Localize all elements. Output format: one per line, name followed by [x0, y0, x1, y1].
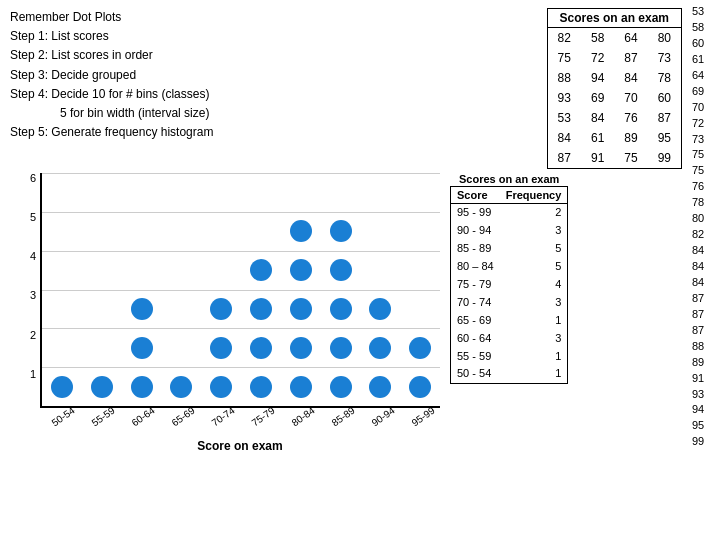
scores-cell: 88 — [547, 68, 581, 88]
dot — [250, 259, 272, 281]
scores-cell: 75 — [547, 48, 581, 68]
freq-score: 70 - 74 — [451, 294, 500, 312]
freq-row: 75 - 794 — [451, 276, 568, 294]
freq-header-score: Score — [451, 187, 500, 204]
freq-score: 55 - 59 — [451, 348, 500, 366]
freq-count: 1 — [500, 365, 568, 383]
freq-table-container: Scores on an exam Score Frequency 95 - 9… — [450, 173, 568, 384]
scores-cell: 58 — [581, 28, 614, 49]
scores-cell: 70 — [614, 88, 647, 108]
y-label-6: 6 — [30, 173, 36, 184]
right-number: 73 — [692, 132, 720, 148]
chart-and-freq: 6 5 4 3 2 1 50-5455-5960-6465 — [10, 173, 682, 453]
freq-row: 60 - 643 — [451, 330, 568, 348]
freq-row: 95 - 992 — [451, 204, 568, 222]
right-number: 91 — [692, 371, 720, 387]
y-label-3: 3 — [30, 290, 36, 301]
scores-cell: 91 — [581, 148, 614, 169]
freq-score: 85 - 89 — [451, 240, 500, 258]
right-number: 88 — [692, 339, 720, 355]
y-axis-labels: 6 5 4 3 2 1 — [10, 173, 40, 408]
dot — [290, 298, 312, 320]
right-number: 89 — [692, 355, 720, 371]
scores-cell: 94 — [581, 68, 614, 88]
freq-row: 90 - 943 — [451, 222, 568, 240]
scores-cell: 87 — [547, 148, 581, 169]
freq-count: 3 — [500, 294, 568, 312]
freq-row: 55 - 591 — [451, 348, 568, 366]
chart-container: 6 5 4 3 2 1 50-5455-5960-6465 — [10, 173, 440, 453]
scores-cell: 89 — [614, 128, 647, 148]
scores-cell: 76 — [614, 108, 647, 128]
dot — [170, 376, 192, 398]
freq-count: 5 — [500, 258, 568, 276]
right-number: 61 — [692, 52, 720, 68]
dot — [290, 220, 312, 242]
freq-score: 50 - 54 — [451, 365, 500, 383]
freq-row: 65 - 691 — [451, 312, 568, 330]
right-numbers: 5358606164697072737575767880828484848787… — [692, 0, 720, 540]
dot — [250, 376, 272, 398]
right-number: 58 — [692, 20, 720, 36]
step-1: Step 1: List scores — [10, 27, 213, 46]
dot — [290, 259, 312, 281]
scores-cell: 78 — [648, 68, 682, 88]
scores-cell: 84 — [614, 68, 647, 88]
scores-cell: 60 — [648, 88, 682, 108]
y-label-1: 1 — [30, 369, 36, 380]
dot — [369, 298, 391, 320]
right-number: 75 — [692, 147, 720, 163]
freq-count: 1 — [500, 312, 568, 330]
dot — [250, 337, 272, 359]
freq-row: 80 – 845 — [451, 258, 568, 276]
dot — [330, 376, 352, 398]
scores-cell: 93 — [547, 88, 581, 108]
dot — [131, 376, 153, 398]
scores-cell: 72 — [581, 48, 614, 68]
freq-score: 60 - 64 — [451, 330, 500, 348]
right-number: 84 — [692, 243, 720, 259]
dot — [330, 298, 352, 320]
freq-row: 50 - 541 — [451, 365, 568, 383]
scores-cell: 87 — [648, 108, 682, 128]
steps-section: Remember Dot Plots Step 1: List scores S… — [10, 8, 213, 142]
freq-score: 65 - 69 — [451, 312, 500, 330]
scores-cell: 95 — [648, 128, 682, 148]
dot — [210, 298, 232, 320]
freq-count: 3 — [500, 330, 568, 348]
scores-table: Scores on an exam 8258648075728773889484… — [547, 8, 682, 169]
right-number: 94 — [692, 402, 720, 418]
freq-score: 90 - 94 — [451, 222, 500, 240]
dot — [131, 337, 153, 359]
right-number: 99 — [692, 434, 720, 450]
right-number: 76 — [692, 179, 720, 195]
chart-x-title: Score on exam — [40, 439, 440, 453]
scores-cell: 99 — [648, 148, 682, 169]
scores-cell: 84 — [547, 128, 581, 148]
scores-cell: 69 — [581, 88, 614, 108]
scores-table-title: Scores on an exam — [547, 9, 681, 28]
freq-score: 80 – 84 — [451, 258, 500, 276]
right-number: 64 — [692, 68, 720, 84]
top-area: Remember Dot Plots Step 1: List scores S… — [10, 8, 682, 169]
dot — [330, 220, 352, 242]
freq-table-title: Scores on an exam — [450, 173, 568, 185]
scores-cell: 87 — [614, 48, 647, 68]
scores-cell: 53 — [547, 108, 581, 128]
dot — [330, 337, 352, 359]
y-label-4: 4 — [30, 251, 36, 262]
dot — [210, 337, 232, 359]
dot — [369, 376, 391, 398]
right-number: 87 — [692, 323, 720, 339]
dot — [409, 376, 431, 398]
freq-table: Score Frequency 95 - 99290 - 94385 - 895… — [450, 186, 568, 384]
right-number: 84 — [692, 275, 720, 291]
freq-count: 2 — [500, 204, 568, 222]
freq-header-freq: Frequency — [500, 187, 568, 204]
dot — [250, 298, 272, 320]
scores-cell: 73 — [648, 48, 682, 68]
right-number: 95 — [692, 418, 720, 434]
right-number: 93 — [692, 387, 720, 403]
scores-cell: 64 — [614, 28, 647, 49]
freq-score: 95 - 99 — [451, 204, 500, 222]
